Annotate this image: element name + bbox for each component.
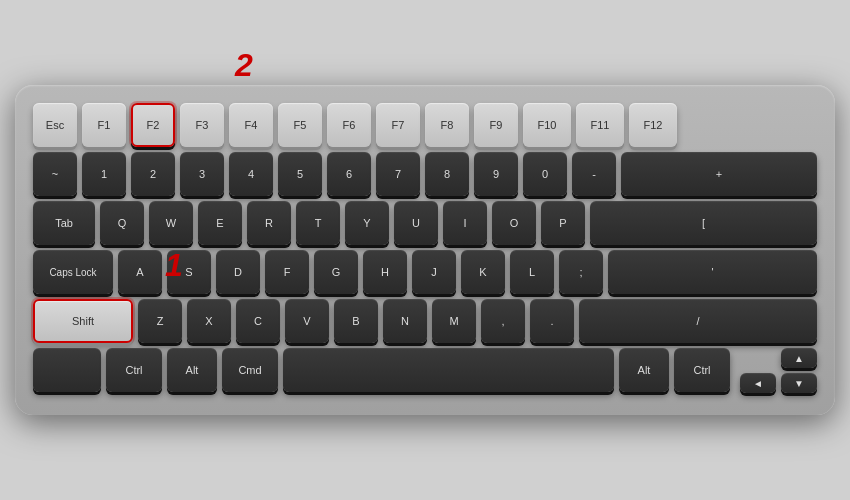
key-g[interactable]: G xyxy=(314,250,358,294)
key-q[interactable]: Q xyxy=(100,201,144,245)
key-ctrl-right[interactable]: Ctrl xyxy=(674,348,730,392)
key-arrow-left[interactable]: ◄ xyxy=(740,373,776,393)
bottom-row: Ctrl Alt Cmd Alt Ctrl ▲ ◄ ▼ xyxy=(33,348,817,393)
key-2[interactable]: 2 xyxy=(131,152,175,196)
key-quote[interactable]: ' xyxy=(608,250,817,294)
key-period[interactable]: . xyxy=(530,299,574,343)
key-z[interactable]: Z xyxy=(138,299,182,343)
key-minus[interactable]: - xyxy=(572,152,616,196)
key-6[interactable]: 6 xyxy=(327,152,371,196)
key-caps-lock[interactable]: Caps Lock xyxy=(33,250,113,294)
key-t[interactable]: T xyxy=(296,201,340,245)
key-f10[interactable]: F10 xyxy=(523,103,571,147)
key-alt-left[interactable]: Alt xyxy=(167,348,217,392)
key-f12[interactable]: F12 xyxy=(629,103,677,147)
key-j[interactable]: J xyxy=(412,250,456,294)
key-e[interactable]: E xyxy=(198,201,242,245)
key-plus[interactable]: + xyxy=(621,152,817,196)
key-f[interactable]: F xyxy=(265,250,309,294)
key-blank-left[interactable] xyxy=(33,348,101,392)
key-tab[interactable]: Tab xyxy=(33,201,95,245)
key-r[interactable]: R xyxy=(247,201,291,245)
key-arrow-down[interactable]: ▼ xyxy=(781,373,817,393)
key-i[interactable]: I xyxy=(443,201,487,245)
key-slash[interactable]: / xyxy=(579,299,817,343)
key-3[interactable]: 3 xyxy=(180,152,224,196)
key-9[interactable]: 9 xyxy=(474,152,518,196)
key-m[interactable]: M xyxy=(432,299,476,343)
fn-row: Esc F1 F2 F3 F4 F5 F6 F7 F8 F9 F10 F11 F… xyxy=(33,103,817,147)
key-f6[interactable]: F6 xyxy=(327,103,371,147)
key-f7[interactable]: F7 xyxy=(376,103,420,147)
key-arrow-up[interactable]: ▲ xyxy=(781,348,817,368)
key-space[interactable] xyxy=(283,348,614,392)
number-row: ~ 1 2 3 4 5 6 7 8 9 0 - + xyxy=(33,152,817,196)
keyboard: 2 1 Esc F1 F2 F3 F4 F5 F6 F7 F8 F9 F10 F… xyxy=(15,85,835,415)
key-f1[interactable]: F1 xyxy=(82,103,126,147)
annotation-label-2: 2 xyxy=(235,47,253,84)
key-f3[interactable]: F3 xyxy=(180,103,224,147)
key-d[interactable]: D xyxy=(216,250,260,294)
key-b[interactable]: B xyxy=(334,299,378,343)
key-semicolon[interactable]: ; xyxy=(559,250,603,294)
key-f11[interactable]: F11 xyxy=(576,103,624,147)
annotation-label-1: 1 xyxy=(165,247,183,284)
key-esc[interactable]: Esc xyxy=(33,103,77,147)
key-a[interactable]: A xyxy=(118,250,162,294)
key-v[interactable]: V xyxy=(285,299,329,343)
key-u[interactable]: U xyxy=(394,201,438,245)
key-x[interactable]: X xyxy=(187,299,231,343)
key-ctrl-left[interactable]: Ctrl xyxy=(106,348,162,392)
key-1[interactable]: 1 xyxy=(82,152,126,196)
key-h[interactable]: H xyxy=(363,250,407,294)
key-l[interactable]: L xyxy=(510,250,554,294)
key-4[interactable]: 4 xyxy=(229,152,273,196)
key-shift[interactable]: Shift xyxy=(33,299,133,343)
key-p[interactable]: P xyxy=(541,201,585,245)
key-f4[interactable]: F4 xyxy=(229,103,273,147)
keyboard-rows: Esc F1 F2 F3 F4 F5 F6 F7 F8 F9 F10 F11 F… xyxy=(33,103,817,393)
asdf-row: Caps Lock A S D F G H J K L ; ' xyxy=(33,250,817,294)
key-f2[interactable]: F2 xyxy=(131,103,175,147)
key-8[interactable]: 8 xyxy=(425,152,469,196)
arrow-cluster: ▲ ◄ ▼ xyxy=(740,348,817,393)
key-n[interactable]: N xyxy=(383,299,427,343)
key-o[interactable]: O xyxy=(492,201,536,245)
key-cmd-left[interactable]: Cmd xyxy=(222,348,278,392)
key-open-bracket[interactable]: [ xyxy=(590,201,817,245)
key-7[interactable]: 7 xyxy=(376,152,420,196)
key-comma[interactable]: , xyxy=(481,299,525,343)
zxcv-row: Shift Z X C V B N M , . / xyxy=(33,299,817,343)
key-k[interactable]: K xyxy=(461,250,505,294)
key-f5[interactable]: F5 xyxy=(278,103,322,147)
key-f9[interactable]: F9 xyxy=(474,103,518,147)
key-tilde[interactable]: ~ xyxy=(33,152,77,196)
key-0[interactable]: 0 xyxy=(523,152,567,196)
arrow-bottom-row: ◄ ▼ xyxy=(740,373,817,393)
key-alt-right[interactable]: Alt xyxy=(619,348,669,392)
qwerty-row: Tab Q W E R T Y U I O P [ xyxy=(33,201,817,245)
key-y[interactable]: Y xyxy=(345,201,389,245)
key-5[interactable]: 5 xyxy=(278,152,322,196)
key-f8[interactable]: F8 xyxy=(425,103,469,147)
key-w[interactable]: W xyxy=(149,201,193,245)
key-c[interactable]: C xyxy=(236,299,280,343)
